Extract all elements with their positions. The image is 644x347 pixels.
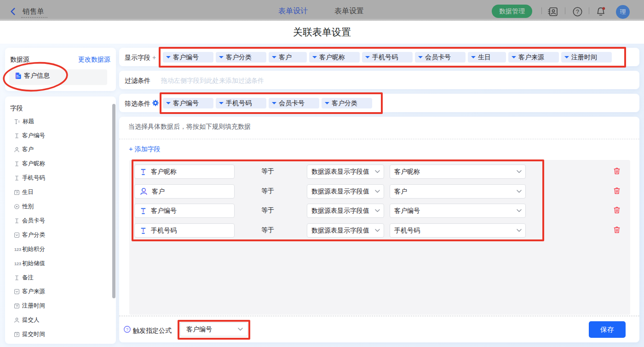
svg-text:?: ? [126,327,128,332]
svg-text:?: ? [576,9,579,15]
